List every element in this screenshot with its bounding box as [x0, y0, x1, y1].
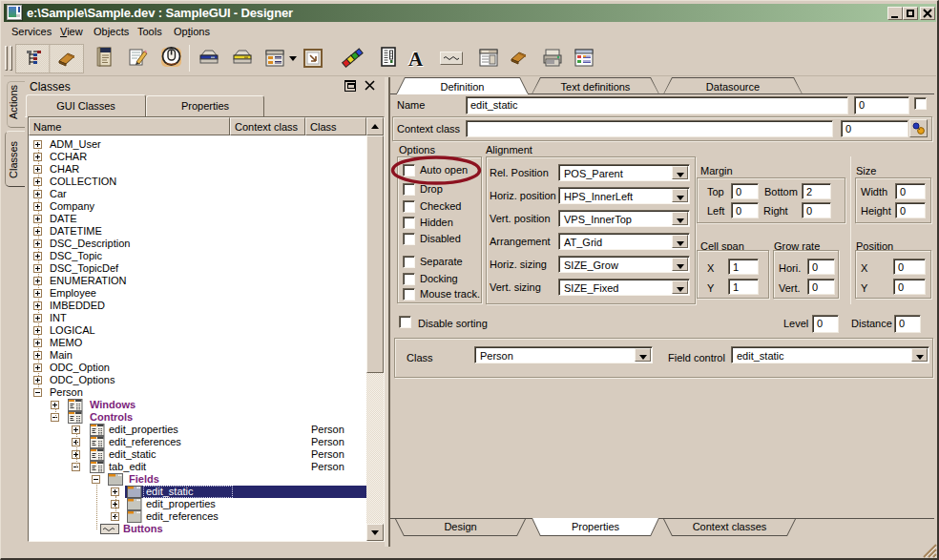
svg-text:Classes: Classes [8, 140, 19, 178]
svg-text:Actions: Actions [8, 84, 19, 119]
